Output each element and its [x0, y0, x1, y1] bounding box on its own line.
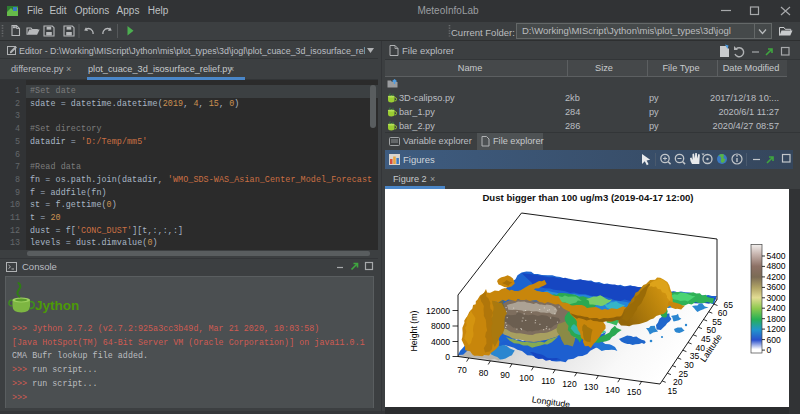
- svg-text:15: 15: [667, 386, 677, 396]
- svg-text:Dust bigger than 100 ug/m3 (20: Dust bigger than 100 ug/m3 (2019-04-17 1…: [482, 192, 693, 203]
- svg-text:120: 120: [562, 379, 577, 389]
- svg-text:140: 140: [605, 385, 620, 395]
- svg-text:2400: 2400: [767, 303, 786, 313]
- svg-text:Height (m): Height (m): [409, 310, 419, 351]
- svg-text:35: 35: [690, 351, 700, 361]
- svg-text:130: 130: [584, 382, 599, 392]
- svg-text:60: 60: [718, 308, 728, 318]
- svg-text:110: 110: [541, 376, 555, 386]
- svg-text:65: 65: [723, 300, 733, 310]
- svg-text:5400: 5400: [767, 251, 786, 261]
- svg-text:Jython: Jython: [35, 298, 79, 313]
- svg-text:3000: 3000: [767, 293, 786, 303]
- svg-text:4200: 4200: [767, 272, 786, 282]
- svg-text:1200: 1200: [767, 324, 786, 334]
- svg-text:600: 600: [767, 335, 782, 345]
- svg-text:90: 90: [500, 370, 510, 380]
- svg-text:12000: 12000: [426, 306, 450, 316]
- svg-text:30: 30: [684, 360, 694, 370]
- svg-text:55: 55: [712, 317, 722, 327]
- svg-text:3600: 3600: [767, 282, 786, 292]
- svg-text:100: 100: [519, 373, 534, 383]
- svg-text:4000: 4000: [431, 337, 450, 347]
- svg-text:20: 20: [673, 377, 683, 387]
- svg-text:25: 25: [679, 369, 689, 379]
- svg-text:150: 150: [627, 387, 642, 397]
- svg-text:4800: 4800: [767, 261, 786, 271]
- svg-text:0: 0: [767, 345, 772, 355]
- svg-text:70: 70: [457, 365, 467, 375]
- svg-text:1800: 1800: [767, 314, 786, 324]
- svg-text:0: 0: [445, 352, 450, 362]
- svg-text:80: 80: [479, 368, 489, 378]
- svg-text:8000: 8000: [431, 321, 450, 331]
